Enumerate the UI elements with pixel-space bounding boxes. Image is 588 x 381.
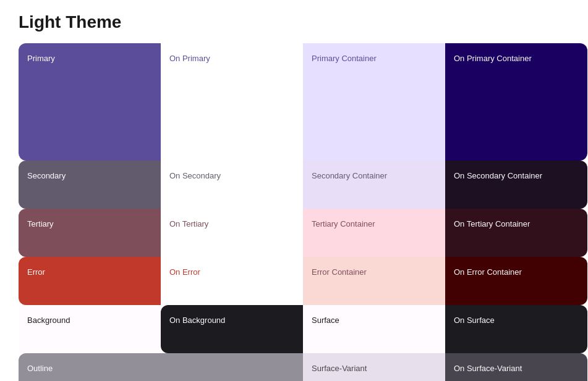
color-cell-on-background: On Background bbox=[161, 305, 303, 353]
color-cell-surface-variant: Surface-Variant bbox=[303, 353, 445, 381]
color-cell-tertiary: Tertiary bbox=[19, 209, 161, 257]
color-cell-on-surface-variant: On Surface-Variant bbox=[445, 353, 587, 381]
color-label-error: Error bbox=[27, 267, 45, 278]
color-cell-error-container: Error Container bbox=[303, 257, 445, 305]
color-cell-surface: Surface bbox=[303, 305, 445, 353]
color-cell-on-primary: On Primary bbox=[161, 43, 303, 161]
color-label-outline: Outline bbox=[27, 363, 53, 374]
color-label-on-primary-container: On Primary Container bbox=[454, 53, 532, 64]
color-label-on-secondary: On Secondary bbox=[169, 170, 221, 182]
color-cell-outline: Outline bbox=[19, 353, 303, 381]
color-cell-on-secondary: On Secondary bbox=[161, 161, 303, 209]
color-cell-primary: Primary bbox=[19, 43, 161, 161]
color-label-error-container: Error Container bbox=[312, 267, 367, 278]
color-cell-secondary: Secondary bbox=[19, 161, 161, 209]
color-label-on-surface-variant: On Surface-Variant bbox=[454, 363, 522, 374]
color-cell-error: Error bbox=[19, 257, 161, 305]
color-cell-on-primary-container: On Primary Container bbox=[445, 43, 587, 161]
color-label-surface-variant: Surface-Variant bbox=[312, 363, 367, 374]
color-cell-primary-container: Primary Container bbox=[303, 43, 445, 161]
color-label-tertiary-container: Tertiary Container bbox=[312, 219, 375, 230]
color-label-secondary-container: Secondary Container bbox=[312, 170, 387, 182]
color-label-on-secondary-container: On Secondary Container bbox=[454, 170, 542, 182]
color-label-on-surface: On Surface bbox=[454, 315, 495, 326]
color-label-primary-container: Primary Container bbox=[312, 53, 377, 64]
color-cell-background: Background bbox=[19, 305, 161, 353]
color-label-secondary: Secondary bbox=[27, 170, 66, 182]
color-label-on-error: On Error bbox=[169, 267, 200, 278]
color-cell-on-tertiary: On Tertiary bbox=[161, 209, 303, 257]
color-cell-on-secondary-container: On Secondary Container bbox=[445, 161, 587, 209]
color-label-on-error-container: On Error Container bbox=[454, 267, 522, 278]
color-label-on-tertiary: On Tertiary bbox=[169, 219, 208, 230]
color-label-on-background: On Background bbox=[169, 315, 225, 326]
color-cell-on-surface: On Surface bbox=[445, 305, 587, 353]
color-label-surface: Surface bbox=[312, 315, 339, 326]
color-label-tertiary: Tertiary bbox=[27, 219, 54, 230]
color-cell-secondary-container: Secondary Container bbox=[303, 161, 445, 209]
color-label-primary: Primary bbox=[27, 53, 55, 64]
color-label-background: Background bbox=[27, 315, 70, 326]
color-cell-on-tertiary-container: On Tertiary Container bbox=[445, 209, 587, 257]
color-label-on-primary: On Primary bbox=[169, 53, 210, 64]
color-cell-on-error: On Error bbox=[161, 257, 303, 305]
page-title: Light Theme bbox=[19, 12, 569, 32]
color-grid: PrimaryOn PrimaryPrimary ContainerOn Pri… bbox=[19, 43, 587, 381]
color-cell-on-error-container: On Error Container bbox=[445, 257, 587, 305]
color-label-on-tertiary-container: On Tertiary Container bbox=[454, 219, 530, 230]
color-cell-tertiary-container: Tertiary Container bbox=[303, 209, 445, 257]
